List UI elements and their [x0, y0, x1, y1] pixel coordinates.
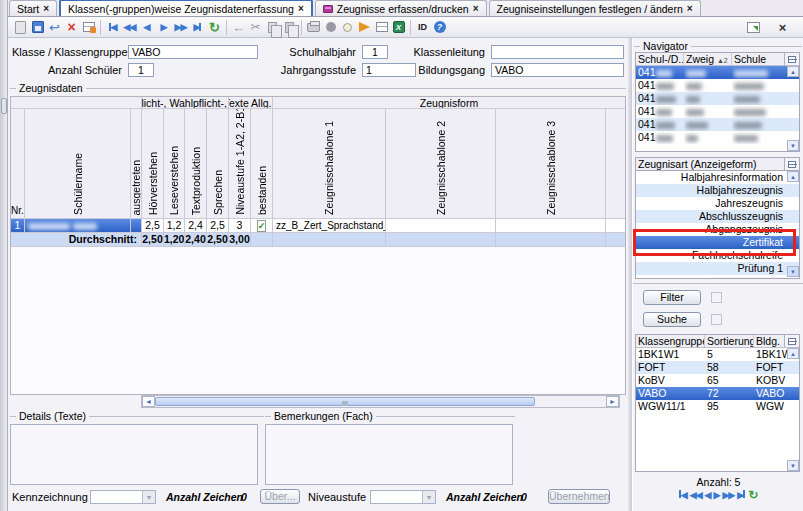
undo-icon[interactable]: ↩ — [46, 19, 63, 36]
nav-row[interactable]: 041 — [636, 105, 799, 118]
close-view-icon[interactable]: × — [774, 19, 791, 36]
tab-start[interactable]: Start × — [9, 0, 57, 16]
nav-row[interactable]: 041 — [636, 131, 799, 144]
details-textarea[interactable] — [10, 424, 258, 485]
tab-close-icon[interactable]: × — [473, 3, 479, 14]
checkbox-checked-icon[interactable]: ✓ — [257, 220, 267, 232]
save-icon[interactable] — [29, 19, 46, 36]
table-h-scrollbar[interactable]: ◄ ► — [141, 395, 620, 408]
student-row[interactable]: 1 2,5 1,2 2,4 2,5 3 ✓ zz_B_Zert_Sprachst… — [11, 219, 625, 233]
nav-next-icon[interactable]: ▶ — [713, 490, 719, 501]
zeugnisart-item[interactable]: Abschlusszeugnis — [636, 210, 799, 223]
nav-fast-next-icon[interactable]: ▶▶ — [722, 490, 734, 501]
zeugnisart-item-partial[interactable] — [636, 275, 799, 279]
nav-row[interactable]: 041 — [636, 92, 799, 105]
nav-row[interactable]: 041 — [636, 79, 799, 92]
excel-export-icon[interactable]: X — [390, 19, 407, 36]
col-header-bestanden[interactable]: bestanden — [251, 109, 273, 219]
tab-zeugnisdatenerfassung[interactable]: Klassen(-gruppen)weise Zeugnisdatenerfas… — [59, 0, 313, 16]
tab-close-icon[interactable]: × — [298, 3, 304, 14]
scroll-up-icon[interactable]: ▲ — [787, 171, 799, 182]
side-panel-handle[interactable] — [1, 98, 7, 114]
scroll-up-icon[interactable]: ▲ — [787, 348, 799, 359]
suche-button[interactable]: Suche — [643, 312, 701, 327]
textproduktion-cell[interactable]: 2,4 — [185, 219, 207, 233]
ueber-button[interactable]: Über... — [260, 489, 300, 504]
announce-icon[interactable] — [356, 19, 373, 36]
klassenleitung-field[interactable] — [491, 45, 624, 59]
kg-row[interactable]: 1BK1W1 5 1BK1W — [636, 348, 799, 361]
nav-last-icon[interactable]: ▶ — [737, 490, 745, 501]
nav-col-schule2[interactable]: Schule — [732, 53, 784, 65]
refresh-icon[interactable]: ↻ — [748, 490, 758, 501]
suche-checkbox[interactable] — [711, 314, 722, 325]
lightbulb-icon[interactable] — [339, 19, 356, 36]
zeugnisart-item[interactable]: Halbjahreszeugnis — [636, 184, 799, 197]
dock-panel-icon[interactable] — [745, 19, 762, 36]
klasse-field[interactable]: VABO — [128, 45, 258, 59]
zeugnisart-item[interactable]: Jahreszeugnis — [636, 197, 799, 210]
kg-row[interactable]: WGW11/1 95 WGW — [636, 400, 799, 413]
cut-icon[interactable]: ✂ — [247, 19, 264, 36]
zeugnisart-v-scrollbar[interactable]: ▲ ▼ — [787, 171, 799, 277]
id-button[interactable]: ID — [414, 19, 431, 36]
filter-button[interactable]: Filter — [643, 290, 701, 305]
back-arrow-icon[interactable]: ← — [230, 19, 247, 36]
zeugnisart-item[interactable]: Fachhochschulreife — [636, 249, 799, 262]
col-header-leseverstehen[interactable]: Leseverstehen — [164, 109, 185, 219]
ausgetreten-cell[interactable] — [131, 219, 142, 233]
col-header-schuelername[interactable]: Schülername — [25, 109, 131, 219]
col-header-ausgetreten[interactable]: ausgetreten — [131, 109, 142, 219]
nav-fast-prev-icon[interactable]: ◀◀ — [690, 490, 702, 501]
schulhalbjahr-field[interactable]: 1 — [362, 45, 388, 59]
zeugnisart-item[interactable]: Halbjahresinformation — [636, 171, 799, 184]
nav-fast-prev-icon[interactable]: ◀◀ — [121, 19, 138, 36]
edit-table-icon[interactable] — [80, 19, 97, 36]
grid-export-icon[interactable] — [373, 19, 390, 36]
sprechen-cell[interactable]: 2,5 — [207, 219, 229, 233]
col-header-textproduktion[interactable]: Textproduktion — [185, 109, 207, 219]
kg-col-sortierung[interactable]: Sortierung — [705, 335, 754, 347]
col-header-hoerverstehen[interactable]: Hörverstehen — [142, 109, 164, 219]
nav-prev-icon[interactable]: ◀ — [138, 19, 155, 36]
kg-row[interactable]: FOFT 58 FOFT — [636, 361, 799, 374]
filter-checkbox[interactable] — [711, 292, 722, 303]
hoerverstehen-cell[interactable]: 2,5 — [142, 219, 164, 233]
tab-close-icon[interactable]: × — [687, 3, 693, 14]
niveaustufe-combo[interactable]: ▼ — [370, 490, 436, 504]
nav-col-schule[interactable]: Schul-/D... ▲1 — [636, 53, 684, 65]
column-chooser-icon[interactable] — [784, 335, 799, 347]
nav-first-icon[interactable]: ◀ — [104, 19, 121, 36]
kg-col-klassengruppe[interactable]: Klassengruppe ▲ — [636, 335, 705, 347]
col-header-niveaustufe[interactable]: Niveaustufe 1-A2, 2-B1, 3-B2 — [229, 109, 251, 219]
nav-fast-next-icon[interactable]: ▶▶ — [172, 19, 189, 36]
kg-row-selected[interactable]: VABO 72 VABO — [636, 387, 799, 400]
anzahl-schueler-field[interactable]: 1 — [128, 63, 154, 77]
niveaustufe-cell[interactable]: 3 — [229, 219, 251, 233]
nav-row[interactable]: 041 — [636, 118, 799, 131]
scroll-right-icon[interactable]: ► — [606, 396, 619, 407]
kennzeichnung-combo[interactable]: ▼ — [90, 490, 156, 504]
delete-icon[interactable]: × — [63, 19, 80, 36]
help-icon[interactable]: ? — [431, 19, 448, 36]
col-header-schablone3[interactable]: Zeugnisschablone 3 — [496, 109, 606, 219]
zeugnisart-item-selected[interactable]: Zertifikat — [636, 236, 799, 249]
zeugnisart-item[interactable]: Prüfung 1 — [636, 262, 799, 275]
new-document-icon[interactable] — [12, 19, 29, 36]
chevron-down-icon[interactable]: ▼ — [422, 491, 435, 503]
print-icon[interactable] — [305, 19, 322, 36]
scrollbar-thumb[interactable] — [155, 397, 535, 406]
column-chooser-icon[interactable] — [784, 53, 799, 65]
scroll-left-icon[interactable]: ◄ — [142, 396, 155, 407]
nav-first-icon[interactable]: ◀ — [679, 490, 687, 501]
scroll-down-icon[interactable]: ▼ — [787, 266, 799, 277]
copy-icon[interactable] — [264, 19, 281, 36]
nav-col-zweig[interactable]: Zweig ▲2 — [684, 53, 732, 65]
scroll-up-icon[interactable]: ▲ — [787, 66, 799, 77]
col-header-schablone2[interactable]: Zeugnisschablone 2 — [386, 109, 496, 219]
bemerkungen-textarea[interactable] — [265, 424, 513, 485]
nav-prev-icon[interactable]: ◀ — [705, 490, 711, 501]
paste-icon[interactable] — [281, 19, 298, 36]
kg-v-scrollbar[interactable]: ▲ ▼ — [787, 348, 799, 471]
scroll-down-icon[interactable]: ▼ — [787, 140, 799, 151]
